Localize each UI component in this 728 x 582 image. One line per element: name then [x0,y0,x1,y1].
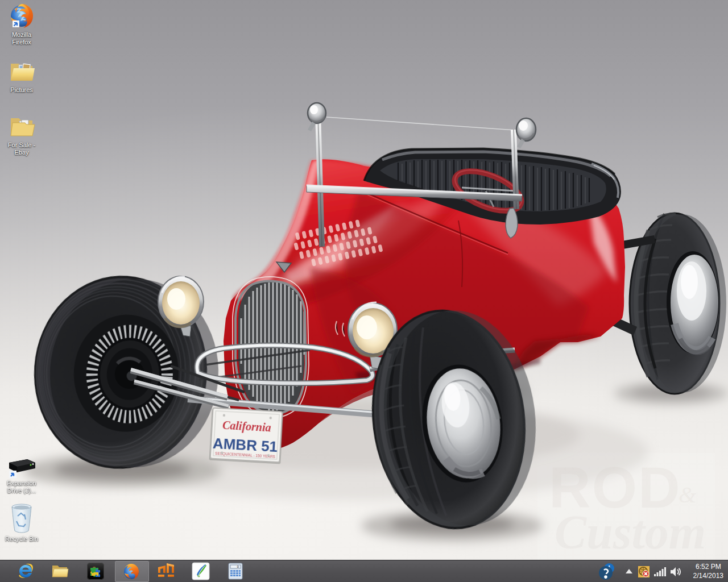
svg-text:Custom: Custom [555,506,706,559]
svg-text:0: 0 [237,565,239,569]
svg-text:&: & [679,482,696,508]
